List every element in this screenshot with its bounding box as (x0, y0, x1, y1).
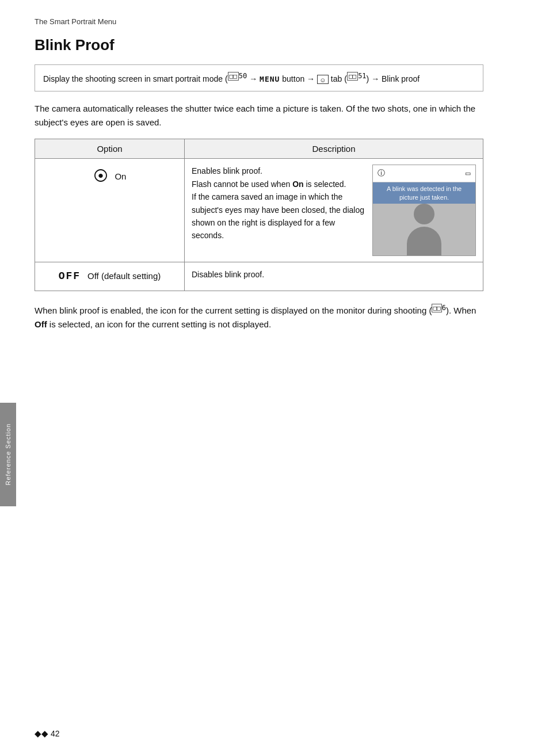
sidebar-label: Reference Section (0, 403, 16, 506)
nav-text-middle3: tab ( (329, 74, 347, 83)
breadcrumb: The Smart Portrait Menu (35, 17, 483, 26)
desc-text-off: Disables blink proof. (192, 270, 264, 279)
page-number: 42 (51, 729, 60, 738)
nav-text-middle2: button → (280, 74, 317, 83)
preview-info-icon: ⓘ (378, 167, 385, 180)
desc-cell-on: Enables blink proof. Flash cannot be use… (185, 159, 483, 262)
footer-icon: ◆◆ (35, 728, 48, 739)
nav-text-end: ) → Blink proof (367, 74, 420, 83)
camera-preview-header: ⓘ ▭ (373, 165, 475, 182)
option-cell-on: ⦿ On (35, 159, 185, 262)
camera-preview-message: A blink was detected in the picture just… (373, 182, 475, 204)
col-header-option: Option (35, 139, 185, 159)
off-icon: OFF (59, 268, 81, 285)
silhouette-body (407, 227, 441, 255)
desc-text-on: Enables blink proof. Flash cannot be use… (192, 165, 367, 242)
silhouette-head (414, 204, 434, 224)
options-table: Option Description ⦿ On Enables blink pr… (35, 139, 483, 291)
camera-preview: ⓘ ▭ A blink was detected in the picture … (372, 165, 476, 255)
nav-page-ref2: □□51 (347, 72, 367, 80)
table-row-off: OFF Off (default setting) Disables blink… (35, 262, 483, 291)
camera-preview-image (373, 204, 475, 255)
nav-text-middle1: → (247, 74, 260, 83)
table-row-on: ⦿ On Enables blink proof. Flash cannot b… (35, 159, 483, 262)
menu-label: MENU (260, 75, 280, 83)
tab-icon: ☺ (317, 75, 329, 84)
intro-paragraph: The camera automatically releases the sh… (35, 102, 483, 129)
blink-on-icon: ⦿ (93, 165, 108, 189)
preview-battery-icon: ▭ (465, 169, 471, 179)
navigation-box: Display the shooting screen in smart por… (35, 64, 483, 91)
desc-cell-off: Disables blink proof. (185, 262, 483, 291)
nav-page-ref1: □□50 (228, 72, 247, 80)
option-label-on: On (115, 171, 126, 181)
bottom-note: When blink proof is enabled, the icon fo… (35, 303, 483, 333)
col-header-description: Description (185, 139, 483, 159)
nav-text-before: Display the shooting screen in smart por… (43, 74, 228, 83)
page-footer: ◆◆42 (35, 728, 60, 739)
page-title: Blink Proof (35, 36, 483, 54)
option-label-off: Off (default setting) (87, 271, 161, 281)
option-cell-off: OFF Off (default setting) (35, 262, 185, 291)
